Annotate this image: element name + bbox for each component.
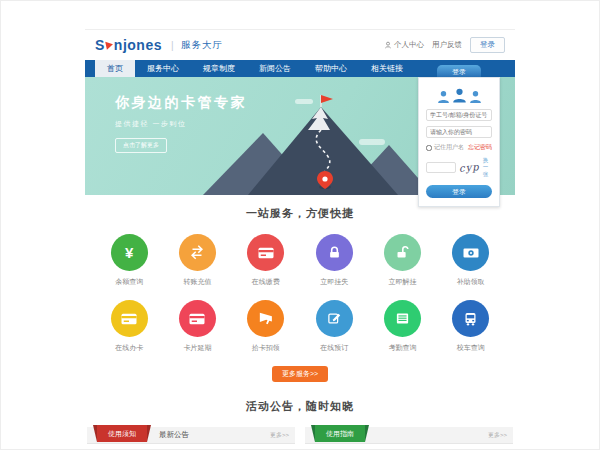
service-label: 在线办卡 bbox=[95, 343, 163, 353]
card-icon bbox=[247, 234, 284, 271]
service-item[interactable]: 补助领取 bbox=[437, 234, 505, 287]
list-icon bbox=[384, 300, 421, 337]
service-item[interactable]: 考勤查询 bbox=[368, 300, 436, 353]
feedback-link[interactable]: 用户反馈 bbox=[432, 40, 462, 50]
brand-logo[interactable]: S njones | 服务大厅 bbox=[95, 37, 223, 53]
captcha-row: cyp 换一张 bbox=[426, 157, 492, 178]
logo-text-rest: njones bbox=[114, 37, 162, 53]
page: S njones | 服务大厅 个人中心 用户反馈 登录 首页服务中心规章制度新… bbox=[85, 29, 515, 444]
map-pin-icon bbox=[317, 171, 333, 189]
nav-item[interactable]: 帮助中心 bbox=[303, 60, 359, 77]
user-center-label: 个人中心 bbox=[394, 40, 424, 50]
login-tab[interactable]: 登录 bbox=[437, 65, 481, 77]
hero-banner: 你身边的卡管专家 提供捷径 一步到位 点击了解更多 登录 bbox=[85, 77, 515, 195]
yen-icon: ¥ bbox=[111, 234, 148, 271]
top-header: S njones | 服务大厅 个人中心 用户反馈 登录 bbox=[85, 30, 515, 60]
service-label: 补助领取 bbox=[437, 277, 505, 287]
logo-divider: | bbox=[171, 40, 174, 51]
service-label: 余额查询 bbox=[95, 277, 163, 287]
transfer-icon bbox=[179, 234, 216, 271]
hero-copy: 你身边的卡管专家 提供捷径 一步到位 点击了解更多 bbox=[115, 94, 247, 153]
edit-icon bbox=[316, 300, 353, 337]
forgot-password-link[interactable]: 忘记密码 bbox=[468, 143, 492, 152]
services-section: 一站服务，方便快捷 ¥余额查询转账充值在线缴费立即挂失立即解挂补助领取在线办卡卡… bbox=[85, 195, 515, 382]
remember-label: 记住用户名 bbox=[434, 143, 464, 152]
service-item[interactable]: 在线预订 bbox=[300, 300, 368, 353]
notice-more-link[interactable]: 更多>> bbox=[270, 427, 289, 443]
user-center-link[interactable]: 个人中心 bbox=[384, 40, 424, 50]
guide-panel: 使用指南 更多>> bbox=[305, 427, 513, 444]
services-heading: 一站服务，方便快捷 bbox=[85, 206, 515, 221]
service-item[interactable]: 立即挂失 bbox=[300, 234, 368, 287]
header-login-button[interactable]: 登录 bbox=[470, 37, 505, 53]
captcha-refresh-link[interactable]: 换一张 bbox=[483, 157, 492, 178]
username-input[interactable] bbox=[426, 109, 492, 121]
nav-item[interactable]: 相关链接 bbox=[359, 60, 415, 77]
nav-item[interactable]: 首页 bbox=[95, 60, 135, 77]
logo-text-s: S bbox=[95, 37, 105, 53]
login-form: 记住用户名 忘记密码 cyp 换一张 登录 bbox=[418, 77, 500, 207]
user-icon bbox=[384, 41, 392, 49]
lock-open-icon bbox=[384, 234, 421, 271]
notice-panel: 使用须知 最新公告 更多>> bbox=[87, 427, 295, 444]
login-submit-button[interactable]: 登录 bbox=[426, 185, 492, 198]
service-item[interactable]: 转账充值 bbox=[163, 234, 231, 287]
service-item[interactable]: ¥余额查询 bbox=[95, 234, 163, 287]
remember-row: 记住用户名 忘记密码 bbox=[426, 143, 492, 152]
feedback-label: 用户反馈 bbox=[432, 40, 462, 50]
bus-icon bbox=[452, 300, 489, 337]
logo-arrow-icon bbox=[105, 40, 114, 49]
login-panel: 登录 记住用户名 忘记密码 cyp 换一张 bbox=[418, 65, 500, 207]
service-item[interactable]: 在线缴费 bbox=[232, 234, 300, 287]
service-label: 转账充值 bbox=[163, 277, 231, 287]
guide-ribbon-tab[interactable]: 使用指南 bbox=[315, 425, 365, 442]
service-item[interactable]: 卡片延期 bbox=[163, 300, 231, 353]
guide-more-link[interactable]: 更多>> bbox=[488, 427, 507, 443]
service-label: 拾卡招领 bbox=[232, 343, 300, 353]
hero-subtitle: 提供捷径 一步到位 bbox=[115, 119, 247, 129]
service-label: 卡片延期 bbox=[163, 343, 231, 353]
service-label: 校车查询 bbox=[437, 343, 505, 353]
card-icon bbox=[111, 300, 148, 337]
latest-announcements-tab[interactable]: 最新公告 bbox=[159, 427, 189, 443]
nav-item[interactable]: 新闻公告 bbox=[247, 60, 303, 77]
service-label: 立即挂失 bbox=[300, 277, 368, 287]
notice-ribbon-tab[interactable]: 使用须知 bbox=[97, 425, 147, 442]
captcha-image: cyp bbox=[459, 161, 481, 174]
megaphone-icon bbox=[247, 300, 284, 337]
announcement-panels: 使用须知 最新公告 更多>> 使用指南 更多>> bbox=[87, 427, 513, 444]
announcements-heading: 活动公告，随时知晓 bbox=[85, 399, 515, 414]
announcements-section: 活动公告，随时知晓 使用须知 最新公告 更多>> 使用指南 更多>> bbox=[85, 399, 515, 444]
hero-cta-button[interactable]: 点击了解更多 bbox=[115, 138, 167, 153]
service-label: 立即解挂 bbox=[368, 277, 436, 287]
lock-closed-icon bbox=[316, 234, 353, 271]
service-label: 在线预订 bbox=[300, 343, 368, 353]
users-icon bbox=[426, 85, 492, 104]
nav-item[interactable]: 规章制度 bbox=[191, 60, 247, 77]
card-icon bbox=[179, 300, 216, 337]
service-label: 考勤查询 bbox=[368, 343, 436, 353]
hero-title: 你身边的卡管专家 bbox=[115, 94, 247, 112]
service-item[interactable]: 在线办卡 bbox=[95, 300, 163, 353]
banknote-icon bbox=[452, 234, 489, 271]
service-item[interactable]: 立即解挂 bbox=[368, 234, 436, 287]
password-input[interactable] bbox=[426, 126, 492, 138]
captcha-input[interactable] bbox=[426, 162, 456, 173]
services-grid: ¥余额查询转账充值在线缴费立即挂失立即解挂补助领取在线办卡卡片延期拾卡招领在线预… bbox=[85, 234, 515, 353]
more-services-button[interactable]: 更多服务>> bbox=[272, 366, 328, 382]
nav-item[interactable]: 服务中心 bbox=[135, 60, 191, 77]
site-name: 服务大厅 bbox=[181, 39, 223, 52]
service-item[interactable]: 校车查询 bbox=[437, 300, 505, 353]
service-item[interactable]: 拾卡招领 bbox=[232, 300, 300, 353]
flag-icon bbox=[321, 95, 333, 103]
service-label: 在线缴费 bbox=[232, 277, 300, 287]
header-right: 个人中心 用户反馈 登录 bbox=[384, 37, 505, 53]
remember-checkbox[interactable] bbox=[426, 145, 432, 151]
